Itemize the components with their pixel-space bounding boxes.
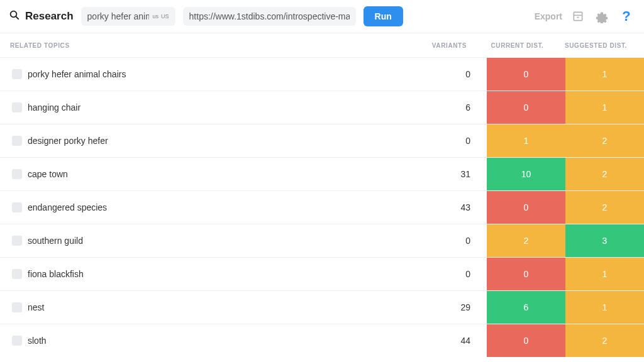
row-checkbox[interactable] — [12, 269, 22, 279]
row-topic: hanging chair — [28, 91, 418, 124]
row-checkbox-cell — [0, 191, 28, 224]
row-checkbox-cell — [0, 291, 28, 324]
row-checkbox-cell — [0, 91, 28, 124]
svg-point-0 — [11, 11, 17, 17]
locale-upper: US — [161, 13, 169, 19]
row-current-dist: 0 — [487, 91, 565, 124]
row-suggested-dist: 1 — [565, 58, 644, 90]
layout-icon[interactable] — [570, 8, 586, 25]
row-topic: fiona blackfish — [28, 258, 418, 290]
row-variants: 6 — [418, 91, 487, 124]
row-checkbox[interactable] — [12, 336, 22, 346]
svg-line-1 — [16, 16, 19, 19]
row-current-dist: 0 — [487, 58, 565, 90]
col-header-variants[interactable]: Variants — [409, 42, 478, 49]
row-current-dist: 0 — [487, 324, 565, 357]
url-input[interactable] — [189, 11, 350, 21]
col-header-current[interactable]: Current Dist. — [478, 42, 557, 49]
page-title: Research — [25, 10, 74, 23]
row-current-dist: 6 — [487, 291, 565, 324]
toolbar: Research us US Run Export ? — [0, 0, 644, 33]
row-suggested-dist: 1 — [565, 291, 644, 324]
locale-badge: us US — [149, 13, 169, 19]
row-checkbox[interactable] — [12, 136, 22, 146]
row-checkbox[interactable] — [12, 236, 22, 246]
row-topic: porky hefer animal chairs — [28, 58, 418, 90]
row-topic: southern guild — [28, 224, 418, 257]
row-topic: endangered species — [28, 191, 418, 224]
row-checkbox[interactable] — [12, 302, 22, 312]
row-checkbox-cell — [0, 158, 28, 190]
row-suggested-dist: 3 — [565, 224, 644, 257]
row-suggested-dist: 2 — [565, 191, 644, 224]
row-current-dist: 10 — [487, 158, 565, 190]
row-current-dist: 0 — [487, 191, 565, 224]
table-row[interactable]: hanging chair601 — [0, 90, 644, 124]
table-row[interactable]: nest2961 — [0, 290, 644, 324]
locale-lower: us — [153, 13, 159, 19]
keyword-input-wrap[interactable]: us US — [81, 7, 175, 26]
table-body: porky hefer animal chairs001hanging chai… — [0, 57, 644, 357]
row-variants: 0 — [418, 258, 487, 290]
row-suggested-dist: 2 — [565, 124, 644, 157]
col-header-topic: Related Topics — [9, 42, 409, 49]
run-button[interactable]: Run — [364, 6, 403, 26]
row-checkbox-cell — [0, 224, 28, 257]
row-current-dist: 1 — [487, 124, 565, 157]
row-topic: cape town — [28, 158, 418, 190]
row-checkbox-cell — [0, 58, 28, 90]
row-checkbox[interactable] — [12, 169, 22, 179]
help-icon[interactable]: ? — [618, 8, 635, 25]
table-row[interactable]: sloth4402 — [0, 324, 644, 357]
row-current-dist: 2 — [487, 224, 565, 257]
row-checkbox[interactable] — [12, 69, 22, 79]
row-suggested-dist: 1 — [565, 258, 644, 290]
table-row[interactable]: fiona blackfish001 — [0, 257, 644, 290]
table-row[interactable]: endangered species4302 — [0, 190, 644, 224]
svg-rect-2 — [574, 12, 582, 20]
row-variants: 0 — [418, 124, 487, 157]
row-topic: nest — [28, 291, 418, 324]
row-checkbox-cell — [0, 324, 28, 357]
row-checkbox[interactable] — [12, 102, 22, 112]
gear-icon[interactable] — [594, 8, 610, 25]
table-row[interactable]: cape town31102 — [0, 157, 644, 190]
search-icon — [9, 9, 20, 24]
row-variants: 44 — [418, 324, 487, 357]
table-header: Related Topics Variants Current Dist. Su… — [0, 33, 644, 57]
row-suggested-dist: 1 — [565, 91, 644, 124]
row-variants: 29 — [418, 291, 487, 324]
row-variants: 0 — [418, 58, 487, 90]
url-input-wrap[interactable] — [183, 7, 356, 26]
row-checkbox[interactable] — [12, 202, 22, 212]
row-topic: sloth — [28, 324, 418, 357]
row-topic: designer porky hefer — [28, 124, 418, 157]
row-checkbox-cell — [0, 258, 28, 290]
table-row[interactable]: designer porky hefer012 — [0, 124, 644, 157]
col-header-suggested[interactable]: Suggested Dist. — [557, 42, 635, 49]
row-variants: 0 — [418, 224, 487, 257]
keyword-input[interactable] — [87, 11, 149, 21]
row-suggested-dist: 2 — [565, 324, 644, 357]
page-title-wrap: Research — [9, 9, 74, 24]
table-row[interactable]: porky hefer animal chairs001 — [0, 57, 644, 90]
table-row[interactable]: southern guild023 — [0, 224, 644, 257]
row-suggested-dist: 2 — [565, 158, 644, 190]
export-link[interactable]: Export — [535, 11, 562, 21]
row-current-dist: 0 — [487, 258, 565, 290]
row-variants: 31 — [418, 158, 487, 190]
row-checkbox-cell — [0, 124, 28, 157]
row-variants: 43 — [418, 191, 487, 224]
